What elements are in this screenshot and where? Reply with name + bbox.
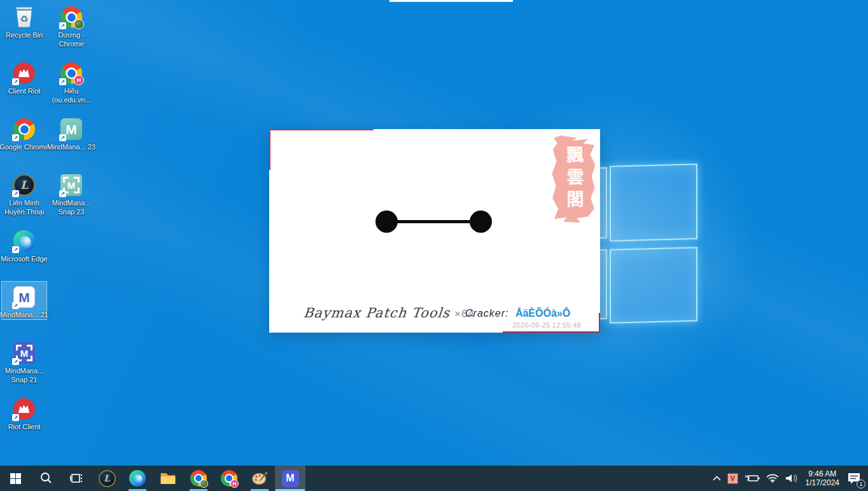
tray-v-app-button[interactable]: V [724,466,741,491]
task-view-icon [70,473,83,484]
shortcut-arrow-icon: ↗ [12,78,19,85]
stray-window-edge [389,0,513,2]
speaker-icon [785,473,798,483]
league-of-legends-icon: L ↗ [13,174,36,197]
tray-wifi-button[interactable] [763,466,782,491]
shortcut-arrow-icon: ↗ [12,190,19,197]
riot-games-icon: ↗ [13,398,36,420]
build-timestamp: 2020-09-25 12:55:48 [512,321,581,329]
desktop-icon-league-of-legends[interactable]: L ↗ Liên Minh Huyền Thoại [1,169,47,217]
red-corner-border [269,129,374,170]
baymax-face-line [386,220,480,223]
wallpaper-windows-logo-pane [610,163,697,241]
tray-chevron-button[interactable] [710,466,724,491]
cracker-credit: Cracker: ÅäÈÕÓà»Ô [465,308,570,319]
desktop-icon-google-chrome[interactable]: ↗ Google Chrome [1,113,47,152]
wallpaper-windows-logo-pane [610,247,697,323]
desktop-icon-mindmanager-21[interactable]: M ↗ MindMana... 21 [1,281,47,320]
taskbar-app-chrome-hieu[interactable]: H [214,466,244,491]
desktop-icon-chrome-duong[interactable]: ↗ Dương - Chrome [48,1,94,49]
desktop-icon-recycle-bin[interactable]: ♻ Recycle Bin [1,1,47,40]
desktop-icon-chrome-hieu[interactable]: H ↗ Hiểu (ou.edu.vn... [48,57,94,105]
taskbar-app-league-of-legends[interactable]: L [92,466,122,491]
file-explorer-icon [160,471,176,485]
profile-avatar [74,19,84,29]
taskbar-app-paint[interactable] [244,466,275,491]
clock-time: 9:46 AM [806,469,839,478]
shortcut-arrow-icon: ↗ [12,246,19,253]
mindmanager-icon: M ↗ [60,118,83,141]
desktop-icon-label: Google Chrome [0,142,49,151]
mindmanager-snap-icon: M ↗ [60,174,83,197]
taskbar-app-chrome-duong[interactable] [183,466,214,491]
shortcut-arrow-icon: ↗ [59,134,66,141]
baymax-patch-tools-splash: 飄雲閣 Baymax Patch Tools×64 Cracker: ÅäÈÕÓ… [269,129,600,333]
chrome-icon: H [221,470,237,487]
shortcut-arrow-icon: ↗ [12,134,19,141]
clock-date: 1/17/2024 [806,478,839,487]
taskbar-app-edge[interactable] [122,466,153,491]
riot-games-icon: ↗ [13,62,36,85]
shortcut-arrow-icon: ↗ [59,22,66,29]
notification-badge: 1 [857,480,865,488]
chrome-profile-icon: ↗ [60,6,83,29]
mindmanager-icon: M [282,470,299,487]
taskbar-clock[interactable]: 9:46 AM 1/17/2024 [801,469,844,487]
shortcut-arrow-icon: ↗ [59,78,66,85]
chrome-profile-icon: H ↗ [60,62,83,85]
splash-title: Baymax Patch Tools×64 [304,305,475,321]
desktop-icon-label: MindMana... 21 [0,310,49,319]
cracker-name: ÅäÈÕÓà»Ô [515,308,570,319]
desktop-screen: ♻ Recycle Bin ↗ Dương - Chrome ↗ Client … [0,0,868,491]
wifi-icon [766,474,779,483]
desktop-icon-label: MindMana... Snap 23 [46,198,96,216]
desktop-icon-microsoft-edge[interactable]: ↗ Microsoft Edge [1,225,47,264]
desktop-icon-label: Riot Client [0,422,49,431]
shortcut-arrow-icon: ↗ [12,358,19,365]
league-of-legends-icon: L [99,470,116,487]
v-app-icon: V [727,473,738,484]
task-view-button[interactable] [61,466,92,491]
mindmanager-snap-icon: M ↗ [13,342,36,364]
desktop-icon-label: Recycle Bin [0,31,49,39]
baymax-right-eye [470,211,492,233]
edge-icon: ↗ [13,230,36,252]
desktop-icon-label: Liên Minh Huyền Thoại [0,198,49,216]
tray-battery-button[interactable] [741,466,763,491]
tray-volume-button[interactable] [782,466,801,491]
stamp-text: 飄雲閣 [565,146,582,212]
desktop-icon-label: Microsoft Edge [0,254,49,263]
action-center-button[interactable]: 1 [844,466,864,491]
desktop-icon-riot-client[interactable]: ↗ Riot Client [1,393,47,432]
taskbar-app-file-explorer[interactable] [153,466,183,491]
shortcut-arrow-icon: ↗ [12,302,19,309]
cracker-label: Cracker: [465,308,508,319]
cloud-pavilion-stamp: 飄雲閣 [551,135,596,223]
profile-avatar: H [230,480,239,488]
shortcut-arrow-icon: ↗ [12,414,19,421]
profile-avatar [200,480,208,488]
start-button[interactable] [0,466,31,491]
shortcut-arrow-icon: ↗ [59,190,66,197]
paint-palette-icon [251,471,268,486]
taskbar: L H [0,466,868,491]
battery-icon [745,474,760,483]
edge-icon [129,470,146,487]
search-button[interactable] [31,466,61,491]
chevron-up-icon [713,476,721,481]
recycle-bin-icon: ♻ [13,6,36,29]
desktop-icon-mindmanager-snap-21[interactable]: M ↗ MindMana... Snap 21 [1,337,47,385]
windows-logo-icon [10,473,21,484]
system-tray: V [710,466,868,491]
desktop-icon-label: MindMana... Snap 21 [0,366,49,384]
desktop-icon-client-riot[interactable]: ↗ Client Riot [1,57,47,96]
app-title: Baymax Patch Tools [303,305,451,321]
desktop-icon-mindmanager-23[interactable]: M ↗ MindMana... 23 [48,113,94,152]
search-icon [39,472,52,485]
mindmanager-icon: M ↗ [13,286,36,308]
taskbar-app-mindmanager[interactable]: M [275,466,305,491]
desktop-icon-mindmanager-snap-23[interactable]: M ↗ MindMana... Snap 23 [48,169,94,217]
chrome-icon [190,470,207,487]
baymax-left-eye [375,211,398,233]
desktop-icon-label: Hiểu (ou.edu.vn... [46,86,96,104]
